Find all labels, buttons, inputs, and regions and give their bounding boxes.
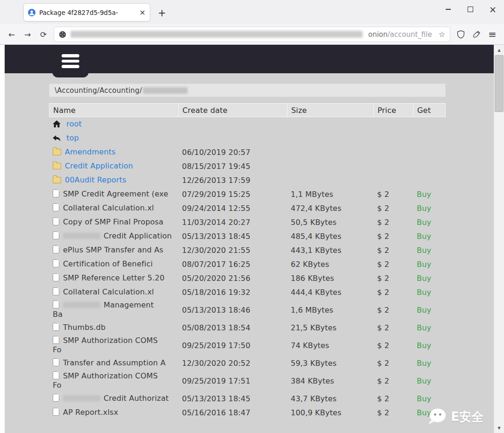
buy-link[interactable]: Buy [417, 306, 431, 314]
name-cell: Credit Application [49, 160, 178, 172]
root-link[interactable]: root [66, 119, 82, 128]
scroll-up-button[interactable]: ▲ [494, 45, 504, 55]
buy-link[interactable]: Buy [417, 246, 431, 255]
watermark-text: E安全 [451, 409, 483, 425]
buy-link[interactable]: Buy [417, 204, 431, 213]
url-path-text: /account_file [388, 30, 432, 39]
create-date-cell: 12/26/2013 17:59 [178, 176, 287, 185]
buy-link[interactable]: Buy [417, 274, 431, 283]
buy-link[interactable]: Buy [417, 288, 431, 297]
folder-link[interactable]: Credit Application [65, 161, 133, 170]
buy-link[interactable]: Buy [417, 260, 431, 269]
buy-link[interactable]: Buy [417, 377, 431, 385]
vertical-scrollbar[interactable]: ▲ ▼ [494, 45, 504, 433]
window-maximize-button[interactable] [459, 0, 482, 19]
file-name: Credit Authorizat [104, 394, 168, 403]
file-row: SMP Credit Agreement (exe07/29/2019 15:2… [49, 187, 446, 201]
folder-row: Amendments06/10/2019 20:57 [49, 145, 446, 159]
create-date-cell: 12/30/2020 21:55 [178, 246, 287, 255]
file-row: Management Ba05/13/2013 18:461,6 MBytes$… [49, 299, 446, 321]
create-date-cell: 05/13/2013 18:45 [178, 232, 287, 241]
buy-link[interactable]: Buy [417, 359, 431, 368]
name-cell: Management Ba [49, 299, 178, 321]
price-cell: $ 2 [373, 377, 413, 385]
name-cell: SMP Credit Agreement (exe [49, 188, 178, 200]
create-date-cell: 08/07/2017 16:25 [178, 260, 287, 269]
bookmark-star-icon[interactable]: ☆ [432, 30, 445, 39]
size-cell: 485,4 KBytes [287, 232, 373, 241]
file-icon [53, 245, 59, 253]
top-link[interactable]: top [66, 133, 79, 142]
breadcrumb-redacted-text [143, 87, 188, 94]
url-bar[interactable]: onion /account_file ☆ [54, 27, 450, 42]
size-cell: 21,5 KBytes [287, 323, 373, 332]
name-cell: ePlus SMP Transfer and As [49, 244, 178, 256]
folder-link[interactable]: Amendments [65, 147, 116, 156]
onion-circuit-icon[interactable] [59, 31, 66, 38]
price-cell: $ 2 [373, 288, 413, 297]
tab-title: Package 4f2827d5-9d5a- [39, 9, 137, 16]
size-cell: 444,4 KBytes [287, 288, 373, 297]
file-row: Collateral Calculation.xl09/24/2014 12:5… [49, 201, 446, 215]
file-name: SMP Authorization COMS Fo [53, 336, 158, 354]
size-cell: 43,7 KBytes [287, 394, 373, 403]
new-tab-button[interactable]: + [155, 6, 169, 20]
buy-link[interactable]: Buy [417, 323, 431, 332]
create-date-cell: 05/13/2013 18:45 [178, 394, 287, 403]
browser-menu-icon[interactable]: ≡ [484, 27, 500, 42]
create-date-cell: 05/16/2016 18:47 [178, 408, 287, 417]
page-viewport: \Accounting/Accounting/ Name Create date… [0, 45, 504, 433]
file-row: AP Report.xlsx05/16/2016 18:47100,9 KByt… [49, 405, 446, 419]
reload-button[interactable]: ⟳ [35, 27, 51, 42]
up-level-arrow-icon [53, 135, 61, 141]
name-cell: AP Report.xlsx [49, 406, 178, 419]
redacted-name-text [63, 233, 100, 239]
name-cell: Collateral Calculation.xl [49, 286, 178, 298]
buy-link[interactable]: Buy [417, 190, 431, 199]
size-cell: 472,4 KBytes [287, 204, 373, 213]
create-date-cell: 11/03/2014 20:27 [178, 218, 287, 227]
new-identity-broom-icon[interactable] [469, 27, 484, 42]
watermark: E安全 [427, 408, 483, 426]
file-name: SMP Reference Letter 5.20 [63, 273, 165, 282]
scroll-down-button[interactable]: ▼ [494, 423, 504, 433]
size-cell: 186 KBytes [287, 274, 373, 283]
buy-link[interactable]: Buy [417, 341, 431, 350]
folder-link[interactable]: 00Audit Reports [65, 175, 126, 184]
get-cell: Buy [413, 377, 446, 385]
name-cell: root [49, 118, 178, 130]
window-close-button[interactable]: × [482, 0, 504, 19]
get-cell: Buy [413, 274, 446, 283]
price-cell: $ 2 [373, 394, 413, 403]
file-name: SMP Credit Agreement (exe [63, 189, 168, 198]
buy-link[interactable]: Buy [417, 232, 431, 241]
site-menu-button[interactable] [52, 45, 89, 77]
file-row: SMP Authorization COMS Fo09/25/2019 17:5… [49, 370, 446, 391]
tab-close-icon[interactable]: × [140, 9, 146, 16]
get-cell: Buy [413, 246, 446, 255]
tab-favicon-icon [28, 9, 35, 16]
file-name: SMP Authorization COMS Fo [53, 371, 158, 390]
name-cell: Copy of SMP Final Proposa [49, 216, 178, 228]
scrollbar-thumb[interactable] [495, 55, 504, 112]
browser-titlebar: Package 4f2827d5-9d5a- × + × [0, 0, 504, 24]
name-cell: SMP Authorization COMS Fo [49, 370, 178, 391]
window-minimize-button[interactable] [437, 0, 459, 19]
window-controls: × [437, 0, 504, 19]
shield-icon[interactable] [453, 27, 469, 42]
url-host-text: onion [368, 30, 388, 39]
hamburger-icon [62, 65, 79, 68]
browser-tab[interactable]: Package 4f2827d5-9d5a- × [23, 3, 150, 21]
get-cell: Buy [413, 394, 446, 403]
column-header-get: Get [413, 104, 446, 117]
buy-link[interactable]: Buy [417, 218, 431, 227]
forward-button[interactable]: → [20, 27, 35, 42]
file-icon [53, 394, 59, 402]
file-row: Certification of Benefici08/07/2017 16:2… [49, 257, 446, 271]
file-name: AP Report.xlsx [63, 408, 118, 417]
table-row-top: top [49, 131, 446, 145]
get-cell: Buy [413, 232, 446, 241]
back-button[interactable]: ← [4, 27, 20, 42]
price-cell: $ 2 [373, 246, 413, 255]
buy-link[interactable]: Buy [417, 394, 431, 403]
